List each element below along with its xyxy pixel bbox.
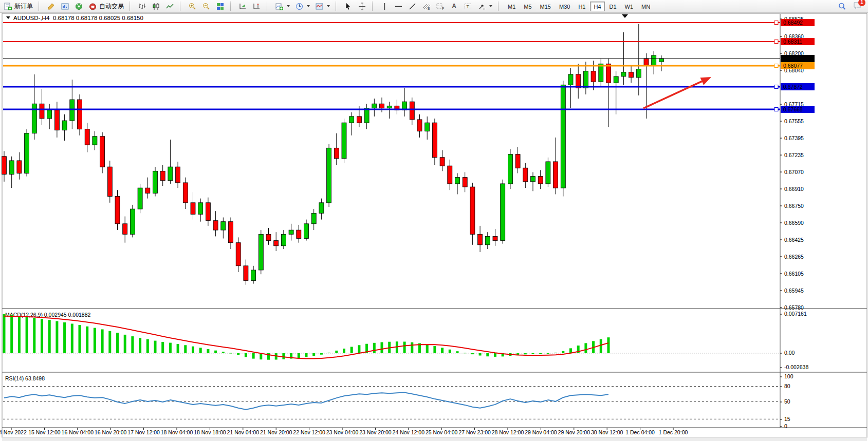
macd-tick-label: 0.00: [784, 350, 795, 356]
time-label: 16 Nov 04:00: [62, 429, 94, 435]
indicators-button[interactable]: [272, 1, 292, 12]
crosshair-button[interactable]: [355, 1, 369, 12]
trend-arrow-line[interactable]: [643, 81, 702, 108]
autotrading-button[interactable]: 自动交易: [86, 1, 126, 12]
zoom-in-button[interactable]: [186, 1, 199, 12]
candle-body: [614, 76, 618, 83]
macd-bar: [305, 353, 308, 357]
time-label: 1 Dec 20:00: [659, 429, 688, 435]
line-chart-icon: [165, 2, 174, 11]
signals-button[interactable]: [72, 1, 86, 12]
channel-button[interactable]: F: [433, 1, 447, 12]
candle-body: [561, 85, 565, 188]
macd-bar: [48, 320, 51, 353]
macd-bar: [184, 345, 187, 353]
chart-shift-marker[interactable]: [622, 14, 628, 18]
price-tick-label: 0.66910: [784, 186, 804, 192]
candle-body: [440, 158, 445, 166]
timeframe-mn-button[interactable]: MN: [638, 2, 654, 11]
candle-body: [644, 59, 649, 66]
cursor-button[interactable]: [341, 1, 355, 12]
time-label: 29 Nov 20:00: [558, 429, 590, 435]
metaeditor-button[interactable]: [44, 1, 58, 12]
periods-button[interactable]: [292, 1, 312, 12]
bar-chart-button[interactable]: [135, 1, 149, 12]
line-handle[interactable]: [774, 85, 778, 89]
candle-body: [258, 234, 263, 270]
candle-body: [130, 209, 135, 234]
macd-bar: [471, 353, 474, 354]
candle-body: [251, 270, 256, 281]
candle-body: [244, 266, 248, 281]
timeframe-m5-button[interactable]: M5: [520, 2, 535, 11]
price-tick-label: 0.67235: [784, 152, 804, 158]
charts-window-button[interactable]: [58, 1, 72, 12]
candle-body: [145, 188, 150, 193]
shapes-button[interactable]: [475, 1, 495, 12]
candle-body: [311, 213, 316, 224]
candle-body: [297, 230, 301, 238]
candle-body: [485, 236, 490, 244]
macd-histogram: [3, 314, 610, 360]
price-tick-label: 0.66590: [784, 220, 804, 226]
candle-body: [236, 243, 241, 266]
new-order-button[interactable]: 新订单: [1, 1, 35, 12]
candle-body: [123, 224, 127, 235]
auto-scroll-button[interactable]: [236, 1, 250, 12]
timeframe-h1-button[interactable]: H1: [575, 2, 589, 11]
ohlc-toggle-icon[interactable]: [6, 16, 10, 19]
macd-bar: [532, 353, 534, 354]
candlestick-chart-icon: [152, 2, 160, 11]
chart-shift-button[interactable]: [250, 1, 264, 12]
horizontal-line-button[interactable]: [392, 1, 405, 12]
text-button[interactable]: A: [447, 1, 461, 12]
arrows-tool-icon: [477, 2, 486, 11]
line-chart-button[interactable]: [163, 1, 177, 12]
timeframe-m30-button[interactable]: M30: [556, 2, 574, 11]
zoom-out-button[interactable]: [199, 1, 213, 12]
macd-bar: [456, 351, 459, 353]
line-handle[interactable]: [774, 21, 778, 25]
vertical-line-button[interactable]: [378, 1, 392, 12]
macd-bar: [86, 327, 88, 353]
chat-button[interactable]: 1: [853, 1, 862, 12]
price-tick-label: 0.65945: [784, 287, 804, 294]
timeframe-w1-button[interactable]: W1: [621, 2, 637, 11]
candle-body: [100, 137, 105, 167]
timeframe-h4-button[interactable]: H4: [590, 2, 604, 11]
candle-body: [40, 104, 44, 119]
time-label: 29 Nov 04:00: [525, 429, 557, 435]
candle-body: [387, 106, 392, 108]
line-handle[interactable]: [774, 108, 778, 111]
fibonacci-icon: E: [422, 2, 431, 11]
candle-body: [621, 72, 626, 76]
fibonacci-button[interactable]: E: [419, 1, 433, 12]
autotrading-icon: [88, 2, 97, 11]
tile-windows-button[interactable]: [213, 1, 227, 12]
search-button[interactable]: [835, 1, 849, 12]
chart-canvas[interactable]: AUDUSD-,H4 0.68178 0.68178 0.68025 0.681…: [0, 13, 868, 441]
time-label: 21 Nov 04:00: [227, 429, 260, 435]
trend-arrow-head[interactable]: [700, 77, 711, 85]
svg-text:E: E: [428, 7, 430, 10]
timeframe-d1-button[interactable]: D1: [606, 2, 620, 11]
candle-body: [160, 171, 165, 180]
rsi-tick-label: 15: [784, 416, 790, 422]
line-handle[interactable]: [774, 64, 778, 68]
macd-bar: [146, 339, 149, 353]
candle-body: [183, 183, 188, 203]
candle-body: [372, 104, 377, 108]
text-tool-icon: A: [450, 2, 458, 11]
candlestick-chart-button[interactable]: [149, 1, 163, 12]
timeframe-m1-button[interactable]: M1: [504, 2, 519, 11]
candle-body: [206, 203, 210, 221]
line-handle[interactable]: [774, 40, 778, 44]
trendline-button[interactable]: [405, 1, 419, 12]
tile-windows-icon: [216, 2, 225, 11]
timeframe-m15-button[interactable]: M15: [537, 2, 555, 11]
macd-bar: [177, 344, 179, 353]
label-button[interactable]: T: [461, 1, 475, 12]
candle-body: [659, 59, 663, 62]
signals-icon: [75, 2, 83, 11]
templates-button[interactable]: [312, 1, 333, 12]
